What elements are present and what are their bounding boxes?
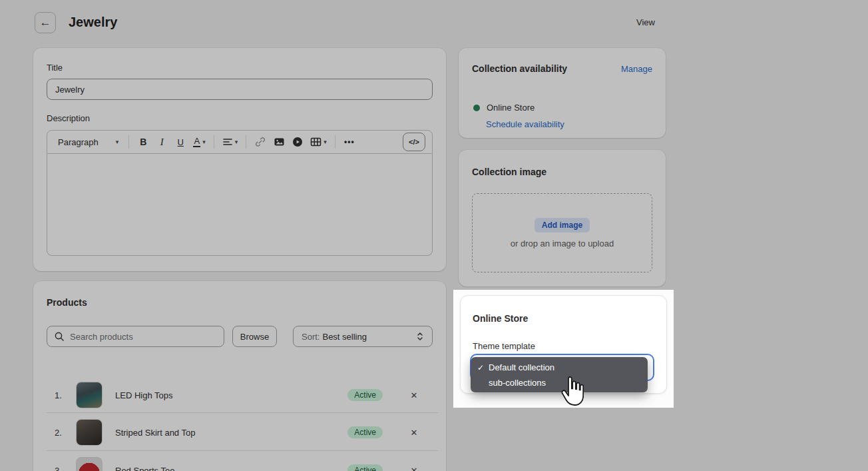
title-description-card: Title Description Paragraph ▾ B I U A ▾ <box>33 48 446 271</box>
sales-channel-row: Online Store <box>473 103 535 113</box>
insert-image-button[interactable] <box>271 133 287 151</box>
collection-edit-page: ← Jewelry View Title Description Paragra… <box>0 0 868 471</box>
chevron-down-icon: ▾ <box>202 139 206 145</box>
chevron-down-icon: ▾ <box>324 139 327 145</box>
video-icon <box>292 137 303 147</box>
dropdown-option-default-collection[interactable]: ✓ Default collection <box>471 360 648 375</box>
underline-button[interactable]: U <box>172 133 188 151</box>
table-row: 3. Red Sports Tee Active ✕ <box>33 451 446 471</box>
products-card: Products Browse Sort: Best selling 1. LE… <box>33 281 446 471</box>
sort-select[interactable]: Sort: Best selling <box>293 326 433 347</box>
link-icon <box>255 137 266 147</box>
theme-template-label: Theme template <box>473 341 535 351</box>
image-dropzone[interactable]: Add image or drop an image to upload <box>472 193 652 272</box>
sort-selected-value: Best selling <box>322 332 366 342</box>
table-icon <box>310 137 322 147</box>
product-search-box[interactable] <box>47 326 224 347</box>
collection-image-heading: Collection image <box>472 167 546 177</box>
product-list: 1. LED High Tops Active ✕ 2. Striped Ski… <box>33 377 446 471</box>
select-arrows-icon <box>416 331 424 342</box>
product-thumbnail <box>76 419 103 446</box>
search-icon <box>54 331 65 342</box>
row-index: 2. <box>55 427 62 437</box>
editor-toolbar: Paragraph ▾ B I U A ▾ <box>47 130 433 154</box>
paragraph-style-dropdown[interactable]: Paragraph ▾ <box>54 137 122 147</box>
availability-heading: Collection availability <box>472 63 567 74</box>
close-icon: ✕ <box>411 427 418 437</box>
show-html-button[interactable]: </> <box>403 133 425 151</box>
toolbar-divider <box>128 135 129 149</box>
text-color-icon: A <box>193 137 200 148</box>
page-title: Jewelry <box>69 15 117 30</box>
table-row: 2. Striped Skirt and Top Active ✕ <box>33 413 446 451</box>
dropdown-option-label: sub-collections <box>489 378 546 388</box>
toolbar-divider <box>335 135 335 149</box>
back-button[interactable]: ← <box>35 12 56 33</box>
manage-link[interactable]: Manage <box>621 64 652 74</box>
drop-hint-text: or drop an image to upload <box>511 238 614 248</box>
product-name-link[interactable]: Red Sports Tee <box>115 465 174 471</box>
description-textarea[interactable] <box>47 154 433 256</box>
table-row: 1. LED High Tops Active ✕ <box>33 377 446 413</box>
bold-button[interactable]: B <box>135 133 151 151</box>
collection-availability-card: Collection availability Manage Online St… <box>459 48 666 138</box>
row-index: 1. <box>55 390 62 400</box>
remove-product-button[interactable]: ✕ <box>408 465 420 471</box>
remove-product-button[interactable]: ✕ <box>408 390 420 400</box>
view-button[interactable]: View <box>636 17 655 27</box>
close-icon: ✕ <box>411 390 418 400</box>
search-products-input[interactable] <box>70 332 217 342</box>
description-field-label: Description <box>47 113 90 123</box>
channel-label: Online Store <box>487 103 535 113</box>
toolbar-divider <box>246 135 246 149</box>
check-icon: ✓ <box>477 363 489 372</box>
italic-button[interactable]: I <box>154 133 170 151</box>
status-badge: Active <box>347 464 383 471</box>
align-left-icon <box>222 137 233 147</box>
image-icon <box>274 137 285 147</box>
text-color-button[interactable]: A ▾ <box>191 133 208 151</box>
schedule-availability-link[interactable]: Schedule availability <box>486 119 564 129</box>
online-store-heading: Online Store <box>473 313 528 324</box>
product-thumbnail <box>76 382 103 408</box>
sort-prefix-label: Sort: <box>302 332 320 342</box>
status-badge: Active <box>347 426 383 438</box>
dropdown-option-sub-collections[interactable]: sub-collections <box>471 375 648 390</box>
product-name-link[interactable]: LED High Tops <box>115 390 172 400</box>
spotlight-backdrop: Online Store Theme template ✓ Default co… <box>453 290 674 408</box>
arrow-left-icon: ← <box>40 16 51 29</box>
alignment-button[interactable]: ▾ <box>220 133 240 151</box>
status-badge: Active <box>347 389 383 401</box>
collection-image-card: Collection image Add image or drop an im… <box>459 150 666 286</box>
close-icon: ✕ <box>411 465 418 471</box>
insert-link-button[interactable] <box>252 133 268 151</box>
dropdown-option-label: Default collection <box>489 362 554 372</box>
add-image-button[interactable]: Add image <box>535 218 590 233</box>
remove-product-button[interactable]: ✕ <box>408 427 420 437</box>
rich-text-editor: Paragraph ▾ B I U A ▾ <box>47 130 433 256</box>
theme-template-dropdown-menu: ✓ Default collection sub-collections <box>471 357 648 392</box>
browse-button[interactable]: Browse <box>232 326 277 347</box>
chevron-down-icon: ▾ <box>116 139 119 145</box>
more-options-button[interactable]: ••• <box>341 133 357 151</box>
title-field-label: Title <box>47 63 63 73</box>
online-store-status-dot <box>473 105 480 111</box>
insert-video-button[interactable] <box>290 133 306 151</box>
product-name-link[interactable]: Striped Skirt and Top <box>115 427 195 437</box>
products-heading: Products <box>47 297 87 308</box>
product-thumbnail <box>76 457 103 471</box>
row-index: 3. <box>55 465 62 471</box>
toolbar-divider <box>214 135 214 149</box>
chevron-down-icon: ▾ <box>235 139 238 145</box>
title-input[interactable] <box>47 79 433 100</box>
insert-table-button[interactable]: ▾ <box>308 133 329 151</box>
